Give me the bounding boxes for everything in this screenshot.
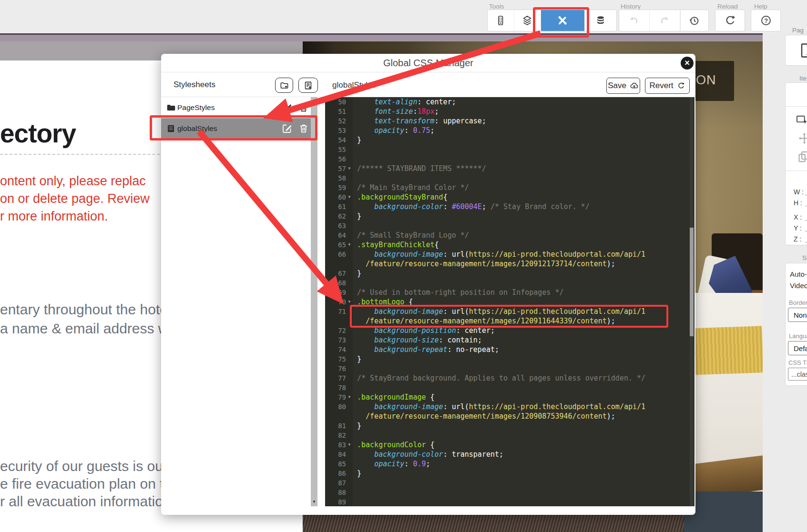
sidebar-settings-section-label: Se <box>802 254 807 261</box>
code-line[interactable]: 82 <box>325 431 645 440</box>
code-line[interactable]: 70▼.bottomLogo { <box>325 297 645 307</box>
reload-button[interactable] <box>715 10 745 31</box>
move-item-icon[interactable] <box>798 132 807 145</box>
z-field[interactable] <box>805 235 807 242</box>
fold-caret-icon[interactable]: ▼ <box>346 164 353 173</box>
duplicate-item-icon[interactable] <box>797 150 807 163</box>
code-line[interactable]: 62} <box>325 211 645 221</box>
edit-stylesheet-icon[interactable] <box>281 102 293 113</box>
code-line[interactable]: 89 <box>325 497 645 506</box>
width-field[interactable] <box>805 188 807 195</box>
data-tool-button[interactable] <box>585 10 616 31</box>
language-select[interactable]: Defa <box>788 341 807 355</box>
fold-caret-placeholder <box>346 154 353 164</box>
fold-caret-placeholder <box>346 345 353 354</box>
code-line[interactable]: 84 background-color: transparent; <box>325 450 645 459</box>
code-text: background-image: url(https://api-prod.t… <box>357 402 645 412</box>
code-line[interactable]: 73 background-size: contain; <box>325 335 645 345</box>
code-line[interactable]: /feature/resource-management/images/1209… <box>325 316 645 326</box>
delete-stylesheet-icon[interactable] <box>298 102 309 113</box>
code-line[interactable]: 64/* Small StayBrand Logo */ <box>325 231 645 240</box>
code-line[interactable]: 81} <box>325 421 645 431</box>
code-line[interactable]: 57▼/***** STAYBRAND ITEMS ******/ <box>325 164 645 173</box>
code-line[interactable]: 63 <box>325 221 645 231</box>
new-folder-button[interactable] <box>275 78 293 93</box>
dialog-titlebar: Global CSS Manager <box>161 54 695 72</box>
code-line[interactable]: 88 <box>325 488 645 497</box>
line-number: 71 <box>325 307 346 316</box>
fold-caret-icon[interactable]: ▼ <box>346 192 353 202</box>
code-line[interactable]: 78 <box>325 383 645 392</box>
code-line[interactable]: /feature/resource-management/images/1209… <box>325 259 645 269</box>
code-text: /* Small StayBrand Logo */ <box>357 231 469 240</box>
code-line[interactable]: 71 background-image: url(https://api-pro… <box>325 307 645 316</box>
code-line[interactable]: 56 <box>325 154 645 164</box>
scroll-up-icon[interactable]: ▲ <box>311 98 317 102</box>
revert-button[interactable]: Revert <box>645 78 690 94</box>
code-line[interactable]: 60▼.backgroundStayBrand{ <box>325 192 645 202</box>
code-text: /* StayBrand background. Applies to all … <box>357 373 645 383</box>
code-line[interactable]: 79▼.backgroundImage { <box>325 392 645 402</box>
undo-icon <box>628 15 640 26</box>
add-item-icon[interactable] <box>795 113 807 126</box>
stylesheet-list-scrollbar[interactable]: ▲ ▼ <box>311 97 317 506</box>
widgets-tool-button[interactable] <box>488 10 514 31</box>
code-line[interactable]: 65▼.stayBrandChicklet{ <box>325 240 645 250</box>
fold-caret-icon[interactable]: ▼ <box>346 392 353 402</box>
code-line[interactable]: 51 font-size:18px; <box>325 107 645 116</box>
code-line[interactable]: 87 <box>325 478 645 488</box>
code-line[interactable]: 69/* Used in bottom-right position on In… <box>325 288 645 297</box>
stylesheet-row-globalstyles-selected[interactable]: globalStyles <box>161 118 311 139</box>
line-number: 75 <box>325 354 346 364</box>
code-line[interactable]: 61 background-color: #60004E; /* Stay Br… <box>325 202 645 211</box>
body-line: a name & email address w <box>0 319 169 338</box>
editor-scrollbar-thumb[interactable] <box>690 228 694 336</box>
close-icon[interactable]: × <box>681 57 694 70</box>
undo-button[interactable] <box>619 10 650 31</box>
code-line[interactable]: 76 <box>325 364 645 373</box>
code-line[interactable]: 77/* StayBrand background. Applies to al… <box>325 373 645 383</box>
code-line[interactable]: 52 text-transform: uppercase; <box>325 116 645 126</box>
code-line[interactable]: 74 background-repeat: no-repeat; <box>325 345 645 354</box>
fold-caret-icon[interactable]: ▼ <box>346 440 353 450</box>
stylesheet-row-pagestyles[interactable]: PageStyles <box>161 97 311 118</box>
fold-caret-icon[interactable]: ▼ <box>346 297 353 307</box>
code-line[interactable]: 86} <box>325 469 645 478</box>
height-field[interactable] <box>805 199 807 206</box>
code-line[interactable]: 67} <box>325 269 645 278</box>
code-line[interactable]: 68 <box>325 278 645 288</box>
css-tools-button-active[interactable] <box>541 10 585 31</box>
code-line[interactable]: 58 <box>325 173 645 183</box>
y-field[interactable] <box>805 224 807 231</box>
code-line[interactable]: 80 background-image: url(https://api-pro… <box>325 402 645 412</box>
code-line[interactable]: 53 opacity: 0.75; <box>325 126 645 135</box>
code-line[interactable]: 54} <box>325 135 645 145</box>
code-line[interactable]: 66 background-image: url(https://api-pro… <box>325 250 645 259</box>
delete-stylesheet-icon[interactable] <box>298 123 309 134</box>
css-theme-input[interactable]: ...clas <box>788 368 807 381</box>
new-stylesheet-button[interactable] <box>298 78 318 93</box>
code-line[interactable]: 83▼.backgroundColor { <box>325 440 645 450</box>
code-line[interactable]: 72 background-position: center; <box>325 326 645 335</box>
history-button[interactable] <box>680 10 708 31</box>
layers-tool-button[interactable] <box>514 10 541 31</box>
code-line[interactable]: 55 <box>325 145 645 154</box>
border-select[interactable]: Non <box>788 308 807 322</box>
code-line[interactable]: 75} <box>325 354 645 364</box>
history-group-label: History <box>621 3 641 10</box>
code-line[interactable]: 85 opacity: 0.9; <box>325 459 645 469</box>
code-line[interactable]: 59/* Main StayBrand Color */ <box>325 183 645 192</box>
edit-stylesheet-icon[interactable] <box>281 123 293 134</box>
code-line[interactable]: /feature/resource-management/images/1209… <box>325 412 645 421</box>
help-button[interactable]: ? <box>751 10 780 31</box>
scroll-down-icon[interactable]: ▼ <box>311 500 317 504</box>
redo-button[interactable] <box>650 10 680 31</box>
editor-scrollbar[interactable] <box>690 97 694 506</box>
css-code-editor[interactable]: 50 text-align: center;51 font-size:18px;… <box>325 97 695 506</box>
fold-caret-placeholder <box>346 402 353 412</box>
page-settings-icon[interactable] <box>797 42 807 59</box>
save-button[interactable]: Save <box>606 78 640 94</box>
x-field[interactable] <box>805 213 807 221</box>
fold-caret-icon[interactable]: ▼ <box>346 240 353 250</box>
code-line[interactable]: 50 text-align: center; <box>325 97 645 107</box>
